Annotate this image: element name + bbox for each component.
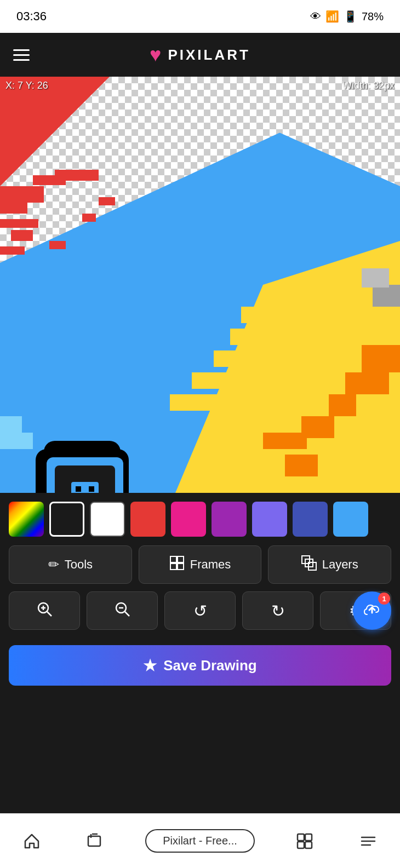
- upload-icon: [363, 600, 381, 622]
- color-swatch-purple[interactable]: [212, 502, 247, 537]
- svg-rect-47: [178, 564, 184, 570]
- canvas-coords: X: 7 Y: 26: [5, 80, 48, 91]
- layers-button[interactable]: Layers: [268, 545, 391, 584]
- star-icon: ★: [143, 657, 157, 675]
- svg-rect-29: [170, 394, 219, 411]
- pencil-icon: ✏: [48, 557, 59, 572]
- color-palette: [9, 502, 391, 537]
- zoom-in-button[interactable]: [9, 591, 80, 630]
- hamburger-line-1: [13, 49, 30, 51]
- color-swatch-light-purple[interactable]: [252, 502, 287, 537]
- svg-rect-33: [0, 433, 33, 449]
- svg-rect-12: [99, 197, 115, 205]
- hamburger-line-3: [13, 59, 30, 61]
- tools-button[interactable]: ✏ Tools: [9, 545, 132, 584]
- svg-rect-62: [305, 834, 312, 841]
- frames-icon: [169, 555, 185, 574]
- undo-icon: ↺: [193, 601, 207, 620]
- nav-menu[interactable]: [355, 828, 381, 854]
- zoom-out-button[interactable]: [87, 591, 158, 630]
- svg-rect-15: [33, 175, 66, 185]
- tools-label: Tools: [65, 557, 93, 572]
- color-swatch-red[interactable]: [130, 502, 165, 537]
- svg-rect-16: [0, 219, 38, 228]
- svg-rect-26: [230, 329, 263, 345]
- svg-rect-64: [305, 842, 312, 848]
- heart-icon: ♥: [150, 43, 161, 66]
- save-drawing-label: Save Drawing: [163, 657, 257, 674]
- svg-rect-63: [298, 842, 304, 848]
- toolbar-area: ✏ Tools Frames Layers: [0, 493, 400, 694]
- nav-pixilart-label: Pixilart - Free...: [163, 835, 237, 847]
- status-time: 03:36: [16, 9, 47, 24]
- save-drawing-button[interactable]: ★ Save Drawing: [9, 645, 391, 686]
- svg-rect-13: [82, 214, 96, 222]
- tool-buttons-row: ✏ Tools Frames Layers: [9, 545, 391, 584]
- svg-rect-14: [49, 241, 66, 249]
- svg-rect-20: [263, 433, 307, 449]
- app-title: PIXILART: [168, 47, 250, 64]
- redo-button[interactable]: ↻: [242, 591, 313, 630]
- color-swatch-indigo[interactable]: [293, 502, 328, 537]
- canvas-width: Width: 32px: [342, 80, 395, 91]
- svg-line-57: [125, 612, 129, 616]
- status-right: 👁 📶 📱 78%: [310, 10, 384, 23]
- svg-rect-27: [214, 350, 252, 367]
- app-logo: ♥ PIXILART: [150, 43, 250, 66]
- svg-rect-8: [0, 186, 44, 203]
- svg-rect-31: [362, 268, 389, 288]
- svg-rect-41: [89, 486, 94, 492]
- color-swatch-black[interactable]: [49, 502, 84, 537]
- svg-rect-17: [0, 246, 25, 255]
- hamburger-line-2: [13, 54, 30, 56]
- action-buttons-row: ↺ ↻ ⚙ 1: [9, 591, 391, 630]
- undo-button[interactable]: ↺: [164, 591, 236, 630]
- nav-apps[interactable]: [292, 828, 318, 854]
- signal-icon: 📱: [344, 10, 357, 23]
- svg-rect-40: [76, 486, 81, 492]
- status-bar: 03:36 👁 📶 📱 78%: [0, 0, 400, 33]
- svg-rect-46: [170, 564, 176, 570]
- save-drawing-container: ★ Save Drawing: [9, 637, 391, 694]
- upload-badge: 1: [378, 593, 390, 605]
- bottom-spacer: [0, 694, 400, 804]
- color-swatch-rainbow[interactable]: [9, 502, 44, 537]
- hamburger-menu[interactable]: [13, 49, 30, 61]
- bottom-navigation: Pixilart - Free...: [0, 813, 400, 868]
- color-swatch-white[interactable]: [90, 502, 125, 537]
- svg-rect-45: [178, 556, 184, 562]
- svg-rect-61: [298, 834, 304, 841]
- zoom-out-icon: [113, 600, 131, 622]
- redo-icon: ↻: [271, 601, 285, 620]
- svg-rect-22: [345, 372, 389, 394]
- svg-line-54: [47, 612, 52, 616]
- svg-rect-58: [88, 836, 100, 846]
- nav-tab[interactable]: [82, 828, 108, 854]
- svg-rect-9: [0, 203, 27, 214]
- svg-rect-25: [241, 307, 268, 323]
- svg-rect-44: [170, 556, 176, 562]
- layers-label: Layers: [322, 557, 358, 572]
- svg-rect-10: [11, 230, 33, 241]
- pixel-art-svg[interactable]: [0, 77, 400, 493]
- color-swatch-pink[interactable]: [171, 502, 206, 537]
- color-swatch-blue[interactable]: [333, 502, 368, 537]
- app-header: ♥ PIXILART: [0, 33, 400, 77]
- svg-rect-30: [373, 285, 400, 307]
- layers-icon: [301, 555, 317, 574]
- upload-fab-button[interactable]: 1: [353, 591, 391, 630]
- eye-icon: 👁: [310, 10, 321, 23]
- battery-label: 78%: [362, 10, 384, 23]
- nav-pixilart[interactable]: Pixilart - Free...: [145, 829, 255, 853]
- nav-home[interactable]: [19, 828, 45, 854]
- wifi-icon: 📶: [325, 10, 339, 23]
- svg-rect-21: [329, 394, 356, 416]
- pixel-canvas-area[interactable]: X: 7 Y: 26 Width: 32px: [0, 77, 400, 493]
- svg-rect-39: [71, 482, 99, 493]
- svg-rect-32: [0, 416, 22, 433]
- svg-rect-23: [285, 455, 318, 476]
- frames-label: Frames: [190, 557, 231, 572]
- svg-rect-24: [362, 345, 400, 372]
- frames-button[interactable]: Frames: [139, 545, 262, 584]
- zoom-in-icon: [36, 600, 53, 622]
